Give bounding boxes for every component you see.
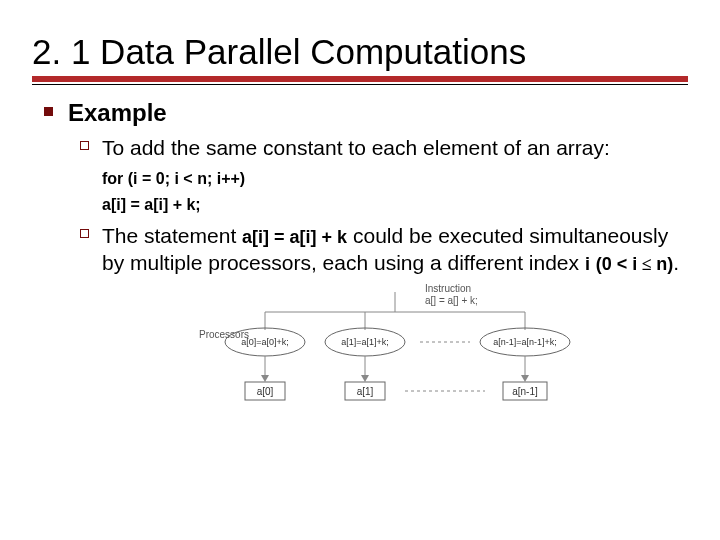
array-cell-label: a[0] [257, 386, 274, 397]
array-cell-label: a[1] [357, 386, 374, 397]
hollow-square-bullet-icon [80, 141, 89, 150]
slide: 2. 1 Data Parallel Computations Example … [0, 0, 720, 540]
array-cell-label: a[n-1] [512, 386, 538, 397]
bullet-lvl1: Example [68, 99, 688, 127]
title-underline [32, 76, 688, 85]
para-text: The statement [102, 224, 242, 247]
arrow-down-icon [361, 375, 369, 382]
slide-body: Example To add the same constant to each… [32, 99, 688, 416]
arrow-down-icon [261, 375, 269, 382]
bullet-lvl2: The statement a[i] = a[i] + k could be e… [102, 223, 688, 276]
hollow-square-bullet-icon [80, 229, 89, 238]
diagram: Instruction a[] = a[] + k; Processors a[… [102, 282, 688, 416]
code-line: for (i = 0; i < n; i++) [102, 167, 688, 191]
diagram-svg: Instruction a[] = a[] + k; Processors a[… [195, 282, 595, 412]
diagram-instruction-label: Instruction [425, 283, 471, 294]
slide-title: 2. 1 Data Parallel Computations [32, 32, 688, 72]
rule-thin [32, 84, 688, 85]
inline-code: n) [656, 254, 673, 274]
inline-code: (0 < i [596, 254, 638, 274]
diagram-instruction-code: a[] = a[] + k; [425, 295, 478, 306]
processor-label: a[n-1]=a[n-1]+k; [493, 337, 557, 347]
lvl1-label: Example [68, 99, 167, 126]
processor-label: a[1]=a[1]+k; [341, 337, 389, 347]
square-bullet-icon [44, 107, 53, 116]
bullet-lvl2: To add the same constant to each element… [102, 135, 688, 161]
code-line: a[i] = a[i] + k; [102, 193, 688, 217]
processor-label: a[0]=a[0]+k; [241, 337, 289, 347]
inline-code: a[i] = a[i] + k [242, 227, 347, 247]
lvl2-group: To add the same constant to each element… [68, 135, 688, 416]
le-symbol: ≤ [637, 254, 656, 274]
para-text: . [673, 251, 679, 274]
lvl2-text: To add the same constant to each element… [102, 136, 610, 159]
arrow-down-icon [521, 375, 529, 382]
